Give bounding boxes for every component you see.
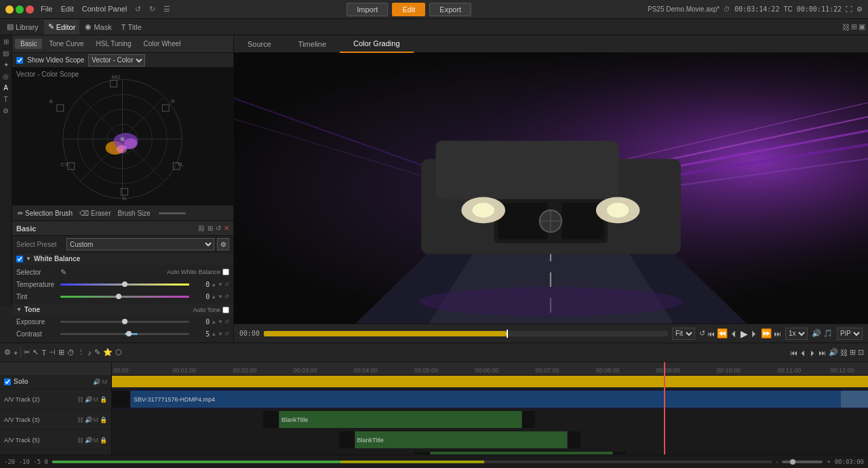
side-icon-3[interactable]: ✦ [3,61,9,69]
panel-icon[interactable]: ▣ [859,22,865,31]
link-icon[interactable]: ⛓ [842,23,850,31]
tl-mark-out[interactable]: ⏭ [818,349,826,357]
t3-link[interactable]: ⛓ [77,416,83,423]
show-scope-checkbox[interactable] [16,57,23,64]
edit-menu[interactable]: Edit [61,5,74,14]
exposure-thumb[interactable] [122,319,127,324]
av2-clip-end[interactable] [841,391,868,408]
title-tool-btn[interactable]: ✎ [94,348,100,357]
tone-section-header[interactable]: ▼ Tone Auto Tone [12,304,233,315]
vol-icon[interactable]: 🔊 [812,329,821,338]
effect-btn[interactable]: ⬡ [115,348,122,357]
exp-reset[interactable]: ↺ [224,319,229,325]
t5-speaker[interactable]: 🔊 [85,437,92,444]
step-fwd-btn[interactable]: ⏵ [750,328,759,338]
tl-next-btn[interactable]: ⏵ [809,349,816,357]
brush-size-slider[interactable] [159,212,186,214]
temperature-thumb[interactable] [122,281,127,287]
exp-up[interactable]: ▲ [211,319,216,325]
solo-clip[interactable] [112,376,868,387]
slip-btn[interactable]: ⊞ [58,348,64,357]
tl-mark-in[interactable]: ⏮ [790,349,797,357]
import-button[interactable]: Import [347,3,388,16]
title-tab[interactable]: T Title [117,20,146,35]
copy2-icon[interactable]: ⊞ [208,225,213,232]
zoom-thumb[interactable] [790,459,795,465]
source-tab[interactable]: Source [234,35,285,53]
con-reset[interactable]: ↺ [224,331,229,337]
tone-curve-tab[interactable]: Tone Curve [43,39,89,49]
temp-reset[interactable]: ↺ [224,281,229,288]
copy-icon[interactable]: ⊞ [851,22,857,31]
wb-checkbox[interactable] [16,256,23,262]
brush-size-btn[interactable]: Brush Size [118,210,151,217]
next-frame-btn[interactable]: ⏭ [774,330,781,338]
solo-speaker[interactable]: 🔊 [93,378,100,385]
exposure-track[interactable] [60,321,189,323]
solo-checkbox[interactable] [4,378,11,385]
solo-mute[interactable]: M [102,378,108,385]
delete-icon[interactable]: ✕ [224,225,229,232]
maximize-button[interactable] [16,5,24,14]
file-menu[interactable]: File [41,5,53,14]
pointer-btn[interactable]: ↖ [33,348,39,357]
temperature-track[interactable] [60,284,189,286]
tint-track[interactable] [60,296,189,298]
tint-down[interactable]: ▼ [218,294,223,300]
eraser-btn[interactable]: ⌫ Eraser [79,210,111,217]
window-controls[interactable] [5,5,34,14]
scope-type-select[interactable]: Vector - Color [88,54,145,66]
auto-tone-checkbox[interactable] [222,307,229,313]
razor-btn[interactable]: ✂ [24,348,30,357]
zoom-in-icon[interactable]: + [827,459,830,465]
tint-thumb[interactable] [116,294,121,299]
vol-adj-btn[interactable]: 🔊 [829,348,838,357]
preview-timeline-bar[interactable] [264,331,668,336]
color-wheel-tab[interactable]: Color Wheel [138,39,186,49]
fullscreen-icon[interactable]: ⛶ [846,5,852,13]
rewind-btn[interactable]: ⏪ [717,328,728,338]
t2-link[interactable]: ⛓ [77,396,83,403]
play-btn[interactable]: ▶ [741,328,748,339]
audio-tool-btn[interactable]: ♪ [87,349,92,357]
step-back-btn[interactable]: ⏴ [730,328,738,338]
contrast-thumb[interactable] [126,331,132,336]
control-panel-menu[interactable]: Control Panel [82,5,127,14]
text-tool-btn[interactable]: T [41,349,46,357]
close-button[interactable] [26,5,34,14]
sticker-btn[interactable]: ⭐ [103,348,113,357]
reset-icon[interactable]: ↺ [216,225,221,232]
con-up[interactable]: ▲ [211,331,216,337]
t3-mute[interactable]: M [94,416,99,423]
redo-icon[interactable]: ↻ [149,5,155,14]
side-icon-2[interactable]: ▤ [3,50,9,57]
trim-btn[interactable]: ⊣ [49,348,56,357]
link-btn[interactable]: ⛓ [840,349,848,357]
color-grading-tab[interactable]: Color Grading [340,35,413,53]
pip-select[interactable]: PiP [837,328,863,340]
edit-button[interactable]: Edit [392,3,425,16]
tint-reset[interactable]: ↺ [224,294,229,300]
audio-icon[interactable]: 🎵 [823,329,833,338]
link2-icon[interactable]: ⛓ [198,225,205,232]
speed-select[interactable]: 1x [785,328,808,340]
av5-clip[interactable]: BlankTitle [339,431,581,448]
tint-up[interactable]: ▲ [211,294,216,300]
tl-prev-btn[interactable]: ⏴ [800,349,807,357]
save-icon[interactable]: ☰ [163,5,170,14]
timeline-tab[interactable]: Timeline [285,35,340,53]
basic-tab[interactable]: Basic [15,39,42,49]
speed-btn[interactable]: ⏱ [67,349,75,357]
editor-tab[interactable]: ✎ Editor [44,20,80,35]
fast-fwd-btn[interactable]: ⏩ [761,328,772,338]
history-icon[interactable]: ↺ [135,5,141,14]
side-icon-6[interactable]: T [3,96,7,103]
con-down[interactable]: ▼ [218,331,223,337]
selection-brush-btn[interactable]: ✏ Selection Brush [18,210,73,217]
t3-lock[interactable]: 🔒 [100,416,107,423]
eyedropper-icon[interactable]: ✎ [60,268,66,277]
t5-lock[interactable]: 🔒 [100,437,107,444]
settings-icon[interactable]: ⚙ [856,5,863,13]
side-icon-4[interactable]: ◎ [3,73,9,80]
fit-select[interactable]: Fit [672,328,695,340]
